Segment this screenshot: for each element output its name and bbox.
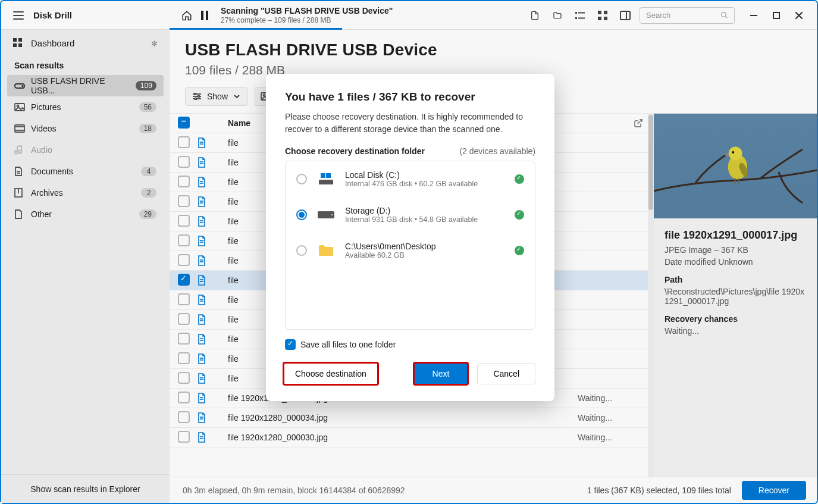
- tab-title: Scanning "USB FLASH DRIVE USB Device": [221, 6, 393, 16]
- svg-rect-78: [319, 180, 333, 184]
- save-all-checkbox[interactable]: Save all files to one folder: [285, 339, 535, 350]
- file-icon: [197, 432, 228, 443]
- recover-button[interactable]: Recover: [742, 481, 806, 500]
- home-icon[interactable]: [181, 10, 192, 21]
- table-row[interactable]: file 1920x1280_000030.jpgWaiting...–JPEG…: [170, 428, 648, 447]
- row-checkbox[interactable]: [178, 392, 190, 403]
- file-icon: [197, 196, 228, 207]
- disk-icon: [316, 208, 336, 221]
- search-input[interactable]: Search: [640, 7, 735, 24]
- svg-point-77: [732, 151, 734, 154]
- recovery-modal: You have 1 files / 367 KB to recover Ple…: [266, 74, 554, 401]
- row-checkbox[interactable]: [178, 254, 190, 266]
- svg-point-23: [22, 86, 23, 87]
- svg-point-38: [195, 93, 196, 95]
- file-icon: [197, 412, 228, 423]
- svg-point-82: [331, 214, 333, 216]
- svg-rect-5: [578, 17, 585, 18]
- sidebar-item-archives[interactable]: Archives 2: [7, 182, 164, 204]
- checkbox-icon: [285, 339, 296, 350]
- app-title: Disk Drill: [33, 10, 72, 20]
- minimize-button[interactable]: [744, 7, 763, 24]
- drive-icon: [14, 82, 25, 89]
- next-button[interactable]: Next: [413, 362, 469, 386]
- file-icon: [197, 157, 228, 168]
- svg-rect-19: [18, 38, 22, 42]
- pause-icon[interactable]: [200, 11, 209, 20]
- row-checkbox[interactable]: [178, 136, 190, 148]
- file-icon: [197, 314, 228, 325]
- row-checkbox[interactable]: [178, 195, 190, 207]
- row-checkbox[interactable]: [178, 333, 190, 345]
- svg-rect-9: [604, 17, 607, 20]
- folder-icon[interactable]: [549, 7, 566, 24]
- file-icon: [197, 373, 228, 384]
- svg-rect-21: [18, 43, 22, 47]
- show-dropdown[interactable]: Show: [185, 87, 247, 106]
- tab-scan[interactable]: Scanning "USB FLASH DRIVE USB Device" 27…: [170, 1, 526, 29]
- preview-path: \Reconstructed\Pictures\jpg\file 1920x12…: [665, 287, 806, 306]
- row-checkbox[interactable]: [178, 372, 190, 384]
- sidebar-item-drive[interactable]: USB FLASH DRIVE USB... 109: [7, 75, 164, 96]
- radio-icon: [296, 174, 307, 184]
- destination-option[interactable]: C:\Users\0ment\DesktopAvailable 60.2 GB: [286, 233, 535, 268]
- destination-option[interactable]: Local Disk (C:)Internal 476 GB disk • 60…: [286, 161, 535, 197]
- header-checkbox[interactable]: [178, 117, 190, 129]
- file-icon[interactable]: [526, 7, 543, 24]
- row-checkbox[interactable]: [178, 274, 190, 286]
- sidebar-heading: Scan results: [1, 58, 170, 75]
- row-checkbox[interactable]: [178, 352, 190, 364]
- sidebar-dashboard[interactable]: Dashboard: [7, 32, 164, 54]
- doc-icon: [14, 167, 25, 176]
- panel-toggle-icon[interactable]: [617, 7, 634, 24]
- list-view-icon[interactable]: [572, 7, 588, 24]
- grid-view-icon[interactable]: [594, 7, 611, 24]
- svg-point-40: [195, 98, 197, 100]
- svg-rect-0: [201, 11, 203, 20]
- svg-rect-26: [15, 125, 24, 132]
- row-checkbox[interactable]: [178, 411, 190, 423]
- maximize-button[interactable]: [767, 7, 786, 24]
- row-checkbox[interactable]: [178, 176, 190, 187]
- table-row[interactable]: file 1920x1280_000034.jpgWaiting...–JPEG…: [170, 408, 648, 428]
- sidebar-item-audio[interactable]: Audio: [7, 139, 164, 161]
- file-name-cell: file 1920x1280_000034.jpg: [228, 413, 578, 422]
- dashboard-icon: [13, 38, 23, 48]
- row-checkbox[interactable]: [178, 234, 190, 246]
- cancel-button[interactable]: Cancel: [477, 363, 535, 384]
- preview-modified: Date modified Unknown: [665, 257, 806, 267]
- row-checkbox[interactable]: [178, 293, 190, 305]
- picture-icon: [14, 103, 25, 111]
- row-checkbox[interactable]: [178, 431, 190, 443]
- svg-line-13: [725, 16, 727, 18]
- preview-path-label: Path: [665, 275, 806, 284]
- search-icon: [720, 11, 728, 19]
- video-icon: [14, 124, 25, 133]
- preview-recovery-label: Recovery chances: [665, 314, 806, 324]
- svg-rect-4: [578, 12, 585, 13]
- table-scrollbar[interactable]: [648, 114, 654, 477]
- destination-list: Local Disk (C:)Internal 476 GB disk • 60…: [285, 161, 535, 330]
- open-external-icon[interactable]: [634, 118, 643, 128]
- choose-destination-button[interactable]: Choose destination: [283, 362, 379, 386]
- file-icon: [197, 295, 228, 305]
- close-button[interactable]: [789, 7, 808, 24]
- destination-option[interactable]: Storage (D:)Internal 931 GB disk • 54.8 …: [286, 197, 535, 233]
- sidebar-item-videos[interactable]: Videos 18: [7, 118, 164, 139]
- row-checkbox[interactable]: [178, 313, 190, 325]
- disk-icon: [316, 244, 336, 257]
- sidebar-item-documents[interactable]: Documents 4: [7, 161, 164, 182]
- svg-rect-7: [604, 11, 607, 14]
- sidebar-item-other[interactable]: Other 29: [7, 204, 164, 225]
- svg-point-30: [19, 151, 22, 154]
- sidebar-item-pictures[interactable]: Pictures 56: [7, 96, 164, 118]
- row-checkbox[interactable]: [178, 156, 190, 168]
- file-icon: [197, 137, 228, 148]
- menu-icon[interactable]: [13, 11, 24, 20]
- modal-description: Please choose recovery destination. It i…: [285, 111, 535, 136]
- sidebar: Dashboard Scan results USB FLASH DRIVE U…: [1, 30, 170, 503]
- sidebar-footer-button[interactable]: Show scan results in Explorer: [1, 474, 170, 503]
- file-name-cell: file 1920x1280_000030.jpg: [228, 433, 578, 442]
- row-checkbox[interactable]: [178, 215, 190, 227]
- check-icon: [515, 210, 524, 220]
